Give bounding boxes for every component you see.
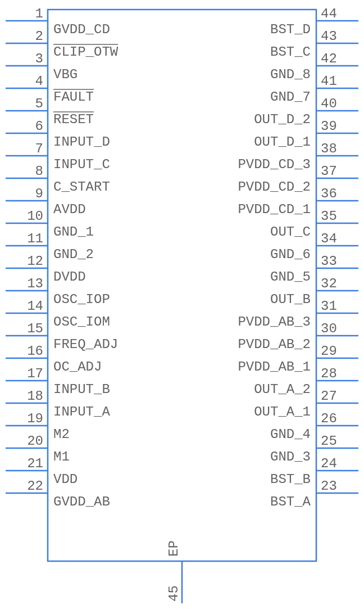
pin-label-17: INPUT_B	[53, 382, 110, 397]
pin-label-28: OUT_A_2	[254, 382, 311, 397]
pin-num-8: 8	[35, 164, 43, 179]
pin-label-31: PVDD_AB_3	[238, 314, 311, 329]
pin-label-34: GND_6	[270, 247, 311, 262]
pin-num-1: 1	[35, 6, 43, 21]
pin-num-40: 40	[321, 96, 337, 111]
pin-label-8: C_START	[53, 179, 110, 195]
pin-label-13: OSC_IOP	[53, 292, 110, 307]
pin-label-6: INPUT_D	[53, 134, 110, 150]
pin-label-1: GVDD_CD	[53, 22, 110, 37]
pin-label-16: OC_ADJ	[53, 359, 102, 374]
pin-num-29: 29	[321, 344, 337, 359]
pin-label-38: PVDD_CD_3	[238, 157, 311, 172]
pin-num-10: 10	[27, 209, 43, 224]
pin-num-21: 21	[27, 456, 43, 471]
pin-num-27: 27	[321, 389, 337, 404]
pin-num-42: 42	[321, 51, 337, 66]
pin-label-35: OUT_C	[270, 224, 311, 240]
pin-num-24: 24	[321, 456, 337, 471]
pin-label-21: VDD	[53, 472, 78, 487]
pin-label-24: BST_B	[270, 472, 311, 487]
pin-label-43: BST_C	[270, 44, 311, 60]
pin-label-9: AVDD	[53, 202, 86, 217]
pin-label-22: GVDD_AB	[53, 494, 110, 509]
pin-num-18: 18	[27, 389, 43, 404]
pin-num-30: 30	[321, 321, 337, 336]
pin-num-44: 44	[321, 6, 337, 21]
pin-label-19: M2	[53, 427, 70, 442]
pin-num-6: 6	[35, 119, 43, 134]
pin-num-23: 23	[321, 478, 337, 494]
pin-num-38: 38	[321, 141, 337, 156]
pin-label-36: PVDD_CD_1	[238, 202, 311, 217]
pin-num-2: 2	[35, 29, 43, 44]
pin-num-43: 43	[321, 29, 337, 44]
ic-pinout: 1GVDD_CD2CLIP_OTW3VBG4FAULT5RESET6INPUT_…	[0, 0, 364, 614]
pin-label-14: OSC_IOM	[53, 314, 110, 329]
pin-num-32: 32	[321, 276, 337, 291]
pin-num-31: 31	[321, 299, 337, 314]
pin-label-23: BST_A	[270, 494, 311, 509]
pin-label-29: PVDD_AB_1	[238, 359, 311, 374]
pin-label-11: GND_2	[53, 247, 94, 262]
pin-label-12: DVDD	[53, 269, 86, 285]
pin-label-39: OUT_D_1	[254, 134, 311, 150]
pin-label-4: FAULT	[53, 89, 94, 105]
pin-num-9: 9	[35, 186, 43, 201]
pin-num-3: 3	[35, 51, 43, 66]
pin-num-45: 45	[166, 585, 181, 602]
pin-label-30: PVDD_AB_2	[238, 337, 311, 352]
pin-num-12: 12	[27, 254, 43, 269]
pin-label-18: INPUT_A	[53, 404, 110, 419]
pin-num-36: 36	[321, 186, 337, 201]
pin-num-17: 17	[27, 366, 43, 381]
pin-num-13: 13	[27, 276, 43, 291]
pin-label-44: BST_D	[270, 22, 311, 37]
pin-num-11: 11	[27, 231, 43, 246]
pin-num-7: 7	[35, 141, 43, 156]
pin-num-41: 41	[321, 74, 337, 89]
pin-label-2: CLIP_OTW	[53, 44, 119, 60]
pin-num-33: 33	[321, 254, 337, 269]
pin-label-37: PVDD_CD_2	[238, 179, 311, 195]
pin-num-25: 25	[321, 434, 337, 449]
pin-label-15: FREQ_ADJ	[53, 337, 118, 352]
pin-num-15: 15	[27, 321, 43, 336]
pin-num-37: 37	[321, 164, 337, 179]
pin-label-42: GND_8	[270, 67, 311, 82]
pin-num-19: 19	[27, 411, 43, 426]
pin-num-35: 35	[321, 209, 337, 224]
pin-label-45: EP	[166, 540, 181, 557]
pin-num-39: 39	[321, 119, 337, 134]
pin-num-20: 20	[27, 434, 43, 449]
pin-label-25: GND_3	[270, 449, 311, 464]
pin-num-14: 14	[27, 299, 43, 314]
pin-num-26: 26	[321, 411, 337, 426]
pin-label-33: GND_5	[270, 269, 311, 285]
pin-label-32: OUT_B	[270, 292, 311, 307]
pin-num-4: 4	[35, 74, 43, 89]
pin-label-3: VBG	[53, 67, 78, 82]
pin-label-7: INPUT_C	[53, 157, 110, 172]
pin-label-26: GND_4	[270, 427, 311, 442]
pin-label-20: M1	[53, 449, 70, 464]
pin-num-28: 28	[321, 366, 337, 381]
pin-label-10: GND_1	[53, 224, 94, 240]
pin-label-40: OUT_D_2	[254, 112, 311, 127]
pin-label-27: OUT_A_1	[254, 404, 311, 419]
pin-num-16: 16	[27, 344, 43, 359]
pin-num-22: 22	[27, 478, 43, 494]
pin-label-41: GND_7	[270, 89, 311, 105]
pin-label-5: RESET	[53, 112, 94, 127]
pin-num-5: 5	[35, 96, 43, 111]
pin-num-34: 34	[321, 231, 337, 246]
